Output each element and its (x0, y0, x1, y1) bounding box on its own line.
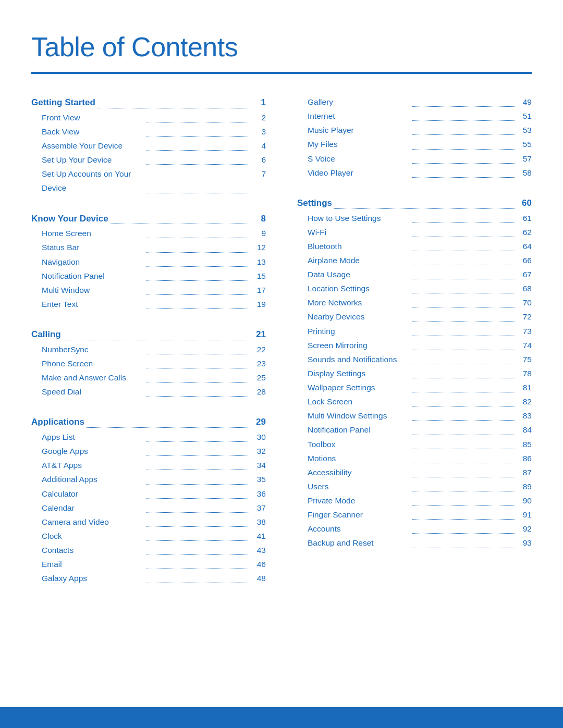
toc-entry-row[interactable]: Status Bar12 (31, 240, 266, 254)
toc-entry-row[interactable]: Finger Scanner91 (297, 508, 532, 522)
entry-page: 34 (251, 458, 266, 472)
section-header-row[interactable]: Getting Started1 (31, 95, 266, 110)
entry-page: 2 (251, 110, 266, 125)
toc-entry-row[interactable]: Lock Screen82 (297, 394, 532, 409)
toc-entry-row[interactable]: Front View2 (31, 110, 266, 125)
entry-page: 86 (517, 451, 532, 465)
toc-entry-row[interactable]: Additional Apps35 (31, 472, 266, 486)
toc-entry-row[interactable]: Accessibility87 (297, 465, 532, 479)
toc-entry-row[interactable]: Phone Screen23 (31, 356, 266, 371)
entry-dots (412, 123, 515, 135)
toc-entry-row[interactable]: Calculator36 (31, 487, 266, 501)
toc-entry-row[interactable]: AT&T Apps34 (31, 458, 266, 472)
entry-title: Clock (42, 529, 144, 543)
toc-entry-row[interactable]: Users89 (297, 479, 532, 493)
toc-entry-row[interactable]: Clock41 (31, 529, 266, 543)
entry-title: Contacts (42, 543, 144, 557)
toc-entry-row[interactable]: Toolbox85 (297, 437, 532, 451)
toc-entry-row[interactable]: Display Settings78 (297, 366, 532, 380)
entry-page: 49 (517, 95, 532, 109)
entry-dots (412, 166, 515, 178)
entry-page: 28 (251, 385, 266, 399)
toc-entry-row[interactable]: Back View3 (31, 125, 266, 139)
toc-section: Settings60How to Use Settings61Wi-Fi62Bl… (297, 195, 532, 550)
left-column: Getting Started1Front View2Back View3Ass… (31, 95, 266, 601)
toc-entry-row[interactable]: Google Apps32 (31, 444, 266, 458)
toc-entry-row[interactable]: Apps List30 (31, 430, 266, 444)
toc-entry-row[interactable]: Printing73 (297, 324, 532, 338)
entry-title: Data Usage (308, 267, 410, 281)
toc-entry-row[interactable]: Sounds and Notifications75 (297, 352, 532, 366)
toc-entry-row[interactable]: Assemble Your Device4 (31, 139, 266, 153)
toc-entry-row[interactable]: Enter Text19 (31, 297, 266, 311)
toc-entry-row[interactable]: Home Screen9 (31, 226, 266, 240)
toc-entry-row[interactable]: My Files55 (297, 137, 532, 151)
toc-entry-row[interactable]: Calendar37 (31, 501, 266, 515)
entry-page: 82 (517, 394, 532, 409)
toc-entry-row[interactable]: Camera and Video38 (31, 515, 266, 529)
entry-title: Accounts (308, 522, 410, 536)
toc-entry-row[interactable]: Wi-Fi62 (297, 225, 532, 239)
entry-dots (146, 487, 249, 499)
toc-entry-row[interactable]: Multi Window Settings83 (297, 409, 532, 423)
entry-page: 75 (517, 352, 532, 366)
toc-entry-row[interactable]: Music Player53 (297, 123, 532, 137)
toc-entry-row[interactable]: Contacts43 (31, 543, 266, 557)
toc-entry-row[interactable]: Wallpaper Settings81 (297, 380, 532, 394)
toc-entry-row[interactable]: Location Settings68 (297, 281, 532, 295)
toc-entry-row[interactable]: Accounts92 (297, 522, 532, 536)
toc-entry-row[interactable]: Speed Dial28 (31, 385, 266, 399)
section-header-row[interactable]: Settings60 (297, 195, 532, 211)
toc-entry-row[interactable]: Bluetooth64 (297, 239, 532, 253)
entry-dots (412, 423, 515, 435)
toc-entry-row[interactable]: Screen Mirroring74 (297, 338, 532, 352)
entry-dots (146, 342, 249, 354)
section-header-row[interactable]: Know Your Device8 (31, 211, 266, 227)
toc-entry-row[interactable]: Gallery49 (297, 95, 532, 109)
toc-entry-row[interactable]: Set Up Accounts on Your Device7 (31, 167, 266, 195)
entry-page: 12 (251, 240, 266, 254)
entry-title: Bluetooth (308, 239, 410, 253)
entry-title: Status Bar (42, 240, 144, 254)
toc-entry-row[interactable]: NumberSync22 (31, 342, 266, 356)
toc-entry-row[interactable]: Notification Panel15 (31, 269, 266, 283)
entry-page: 37 (251, 501, 266, 515)
toc-entry-row[interactable]: Notification Panel84 (297, 423, 532, 437)
toc-entry-row[interactable]: Nearby Devices72 (297, 310, 532, 324)
toc-entry-row[interactable]: S Voice57 (297, 152, 532, 166)
toc-entry-row[interactable]: How to Use Settings61 (297, 211, 532, 225)
entry-page: 51 (517, 109, 532, 123)
toc-entry-row[interactable]: Internet51 (297, 109, 532, 123)
toc-entry-row[interactable]: Email46 (31, 557, 266, 571)
entry-dots (412, 324, 515, 336)
section-header-row[interactable]: Calling21 (31, 327, 266, 342)
entry-dots (412, 437, 515, 449)
toc-entry-row[interactable]: Backup and Reset93 (297, 536, 532, 550)
entry-title: Video Player (308, 166, 410, 180)
toc-entry-row[interactable]: Set Up Your Device6 (31, 153, 266, 167)
toc-entry-row[interactable]: Video Player58 (297, 166, 532, 180)
toc-entry-row[interactable]: Motions86 (297, 451, 532, 465)
toc-entry-row[interactable]: Navigation13 (31, 255, 266, 269)
entry-page: 6 (251, 153, 266, 167)
toc-entry-row[interactable]: More Networks70 (297, 295, 532, 310)
entry-title: Lock Screen (308, 394, 410, 409)
entry-dots (412, 281, 515, 293)
toc-entry-row[interactable]: Multi Window17 (31, 283, 266, 297)
page-container: Table of Contents Getting Started1Front … (0, 0, 563, 643)
section-header-row[interactable]: Applications29 (31, 414, 266, 430)
entry-dots (146, 297, 249, 309)
entry-title: Finger Scanner (308, 508, 410, 522)
toc-entry-row[interactable]: Airplane Mode66 (297, 253, 532, 267)
entry-title: More Networks (308, 295, 410, 310)
page-title: Table of Contents (31, 31, 532, 63)
toc-entry-row[interactable]: Data Usage67 (297, 267, 532, 281)
toc-entry-row[interactable]: Galaxy Apps48 (31, 571, 266, 585)
toc-entry-row[interactable]: Make and Answer Calls25 (31, 371, 266, 385)
entry-page: 90 (517, 493, 532, 508)
entry-dots (412, 137, 515, 149)
entry-title: Calling (31, 327, 61, 342)
entry-page: 23 (251, 356, 266, 371)
toc-entry-row[interactable]: Private Mode90 (297, 493, 532, 508)
entry-page: 70 (517, 295, 532, 310)
